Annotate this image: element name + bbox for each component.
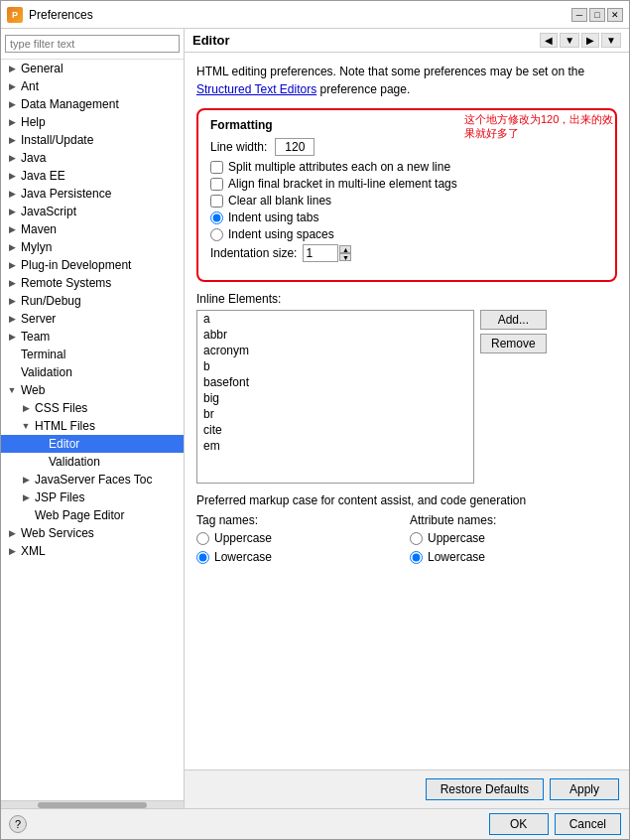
sidebar-item-team[interactable]: ▶ Team [1,328,184,346]
restore-defaults-button[interactable]: Restore Defaults [426,778,544,800]
window-title: Preferences [29,8,571,22]
list-item[interactable]: em [197,438,473,454]
sidebar-item-java[interactable]: ▶ Java [1,149,184,167]
markup-section: Preferred markup case for content assist… [196,493,617,567]
minimize-button[interactable]: ─ [571,8,587,22]
align-bracket-checkbox[interactable] [210,178,223,191]
forward-button[interactable]: ▶ [581,33,599,48]
expand-icon: ▶ [5,222,19,236]
bottom-bar: Restore Defaults Apply [185,770,629,808]
apply-button[interactable]: Apply [550,778,619,800]
sidebar-item-xml[interactable]: ▶ XML [1,542,184,560]
list-item[interactable]: big [197,390,473,406]
sidebar-item-validation-html[interactable]: Validation [1,453,184,471]
list-item[interactable]: abbr [197,327,473,343]
sidebar-item-css-files[interactable]: ▶ CSS Files [1,399,184,417]
sidebar-item-java-persistence[interactable]: ▶ Java Persistence [1,185,184,203]
footer-bar: ? OK Cancel [1,808,629,839]
sidebar-item-run-debug[interactable]: ▶ Run/Debug [1,292,184,310]
decrement-arrow[interactable]: ▼ [339,253,351,261]
align-bracket-row: Align final bracket in multi-line elemen… [210,177,603,191]
split-attrs-checkbox[interactable] [210,161,223,174]
sidebar-item-html-files[interactable]: ▼ HTML Files [1,417,184,435]
list-buttons: Add... Remove [480,310,547,484]
expand-icon: ▶ [5,330,19,344]
sidebar-item-install-update[interactable]: ▶ Install/Update [1,131,184,149]
align-bracket-label: Align final bracket in multi-line elemen… [228,177,457,191]
help-button[interactable]: ? [9,815,27,833]
list-item[interactable]: basefont [197,374,473,390]
ok-button[interactable]: OK [489,813,549,835]
indent-tabs-label: Indent using tabs [228,210,318,224]
tag-lowercase-label: Lowercase [214,550,272,564]
sidebar-item-jsf[interactable]: ▶ JavaServer Faces Toc [1,471,184,489]
expand-icon: ▼ [19,419,33,433]
sidebar-item-web-services[interactable]: ▶ Web Services [1,524,184,542]
indent-tabs-row: Indent using tabs [210,210,603,224]
expand-icon: ▶ [5,187,19,201]
elements-list[interactable]: a abbr acronym b basefont big br cite em [196,310,474,484]
sidebar-item-mylyn[interactable]: ▶ Mylyn [1,238,184,256]
close-button[interactable]: ✕ [607,8,623,22]
sidebar-item-data-management[interactable]: ▶ Data Management [1,95,184,113]
list-item[interactable]: b [197,358,473,374]
add-button[interactable]: Add... [480,310,547,330]
sidebar-item-jsp-files[interactable]: ▶ JSP Files [1,489,184,506]
tag-uppercase-radio[interactable] [196,532,209,545]
panel-title: Editor [192,33,230,48]
sidebar-item-terminal[interactable]: Terminal [1,346,184,363]
indent-spaces-row: Indent using spaces [210,227,603,241]
attr-lowercase-radio[interactable] [410,551,423,564]
sidebar-item-web[interactable]: ▼ Web [1,381,184,399]
increment-arrow[interactable]: ▲ [339,245,351,253]
sidebar-item-web-page-editor[interactable]: Web Page Editor [1,506,184,524]
list-item[interactable]: cite [197,422,473,438]
attr-options: Uppercase Lowercase [410,531,617,567]
expand-icon: ▶ [5,258,19,272]
sidebar-item-validation[interactable]: Validation [1,363,184,381]
list-item[interactable]: a [197,311,473,327]
sidebar-item-maven[interactable]: ▶ Maven [1,220,184,238]
indent-tabs-radio[interactable] [210,211,223,224]
indent-spaces-radio[interactable] [210,228,223,241]
attr-uppercase-row: Uppercase [410,531,617,545]
attr-uppercase-radio[interactable] [410,532,423,545]
line-width-row: Line width: [210,138,603,156]
cancel-button[interactable]: Cancel [555,813,621,835]
maximize-button[interactable]: □ [589,8,605,22]
sidebar-item-remote-systems[interactable]: ▶ Remote Systems [1,274,184,292]
clear-blank-checkbox[interactable] [210,195,223,208]
inline-elements-label: Inline Elements: [196,292,617,306]
sidebar-item-general[interactable]: ▶ General [1,60,184,77]
expand-icon: ▶ [5,97,19,111]
sidebar-item-ant[interactable]: ▶ Ant [1,77,184,95]
sidebar-item-server[interactable]: ▶ Server [1,310,184,328]
back-button[interactable]: ◀ [540,33,558,48]
tag-lowercase-row: Lowercase [196,550,404,564]
dropdown-button[interactable]: ▼ [560,33,579,48]
structured-text-link[interactable]: Structured Text Editors [196,82,316,96]
list-item[interactable]: br [197,406,473,422]
sidebar-item-javascript[interactable]: ▶ JavaScript [1,203,184,220]
filter-input[interactable] [5,35,180,53]
tag-names-col: Tag names: Uppercase Lowercase [196,513,404,567]
sidebar-item-plugin-development[interactable]: ▶ Plug-in Development [1,256,184,274]
remove-button[interactable]: Remove [480,334,547,353]
sidebar-scrollbar[interactable] [1,800,184,808]
sidebar-item-editor[interactable]: Editor [1,435,184,453]
sidebar-item-java-ee[interactable]: ▶ Java EE [1,167,184,185]
attr-lowercase-label: Lowercase [428,550,485,564]
list-item[interactable]: acronym [197,343,473,358]
line-width-input[interactable] [275,138,315,156]
forward-dropdown-button[interactable]: ▼ [601,33,621,48]
expand-icon: ▶ [19,490,33,504]
app-icon: P [7,7,23,23]
expand-icon: ▶ [5,294,19,308]
expand-icon: ▶ [19,401,33,415]
preferences-window: P Preferences ─ □ ✕ ▶ General [0,0,630,840]
tag-lowercase-radio[interactable] [196,551,209,564]
expand-icon: ▶ [5,240,19,254]
attr-names-col: Attribute names: Uppercase Lowercase [410,513,617,567]
sidebar-item-help[interactable]: ▶ Help [1,113,184,131]
indent-size-input[interactable] [303,244,338,262]
